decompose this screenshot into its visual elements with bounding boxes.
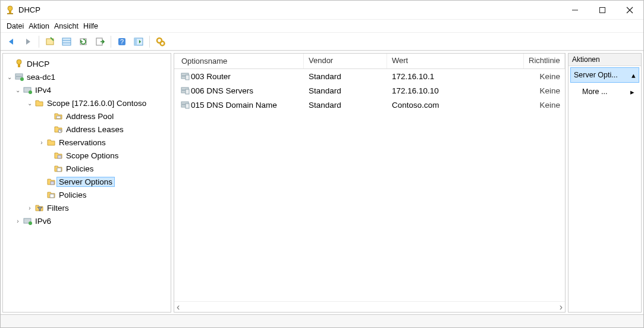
tree-ipv4[interactable]: ⌄ IPv4 [5, 83, 168, 96]
window-controls [561, 1, 643, 20]
list-row[interactable]: 003 RouterStandard172.16.10.1Keine [174, 69, 565, 83]
tree-filters[interactable]: › Filters [5, 201, 168, 214]
reservations-icon [46, 138, 56, 147]
refresh-button[interactable] [76, 35, 90, 49]
tree-label: Policies [56, 190, 89, 199]
svg-rect-32 [51, 182, 54, 185]
expand-collapse-icon[interactable]: ⌄ [5, 74, 14, 80]
horizontal-scrollbar[interactable]: ‹ › [174, 301, 565, 312]
svg-point-19 [17, 60, 21, 64]
tree-label: Filters [45, 204, 71, 213]
tree-ipv6[interactable]: › IPv6 [5, 214, 168, 227]
expand-collapse-icon[interactable]: ⌄ [26, 100, 34, 107]
column-header-value[interactable]: Wert [387, 54, 524, 68]
server-icon [14, 72, 24, 82]
dhcp-root-icon [14, 59, 24, 68]
show-hide-pane-button[interactable] [131, 35, 146, 49]
cell-value: Contoso.com [387, 101, 524, 110]
tree-server[interactable]: ⌄ sea-dc1 [5, 70, 168, 83]
option-item-icon [179, 86, 191, 95]
option-item-icon [179, 71, 191, 81]
maximize-button[interactable] [589, 1, 616, 20]
help-button[interactable]: ? [115, 35, 129, 49]
expand-collapse-icon[interactable]: › [14, 218, 22, 224]
svg-rect-31 [57, 168, 61, 171]
actions-server-options[interactable]: Server Opti... ▴ [570, 67, 639, 83]
filters-icon [34, 203, 45, 213]
forward-button[interactable] [21, 35, 35, 49]
expand-collapse-icon[interactable]: › [37, 139, 46, 146]
tree-label: Policies [64, 164, 96, 173]
list-row[interactable]: 015 DNS Domain NameStandardContoso.comKe… [174, 98, 565, 112]
toolbar-separator [111, 36, 111, 48]
configure-options-button[interactable] [153, 35, 168, 49]
status-bar [1, 314, 643, 327]
list-pane: Optionsname Vendor Wert Richtlinie 003 R… [174, 53, 566, 313]
tree-pane[interactable]: DHCP ⌄ sea-dc1 ⌄ IPv4 ⌄ Scope [172.16.0.… [2, 53, 171, 313]
tree-label: IPv6 [33, 217, 54, 226]
back-button[interactable] [4, 35, 18, 49]
list-view-button[interactable] [59, 35, 74, 49]
list-row[interactable]: 006 DNS ServersStandard172.16.10.10Keine [174, 83, 565, 98]
tree-address-leases[interactable]: Address Leases [5, 123, 168, 136]
toolbar-separator [39, 36, 39, 48]
tree-label: Reservations [56, 138, 108, 147]
policies-icon [46, 190, 56, 199]
window-title: DHCP [18, 5, 561, 14]
option-item-icon [179, 100, 191, 110]
tree-scope-options[interactable]: Scope Options [5, 149, 168, 162]
menu-file[interactable]: Datei [5, 21, 25, 32]
tree-reservations[interactable]: › Reservations [5, 136, 168, 149]
svg-rect-30 [58, 155, 61, 158]
svg-rect-21 [15, 74, 23, 76]
content-area: DHCP ⌄ sea-dc1 ⌄ IPv4 ⌄ Scope [172.16.0.… [1, 51, 643, 314]
tree-root-dhcp[interactable]: DHCP [5, 57, 168, 70]
svg-text:?: ? [120, 38, 124, 45]
column-header-policy[interactable]: Richtlinie [524, 54, 565, 68]
cell-value: 172.16.10.1 [387, 72, 524, 81]
cell-policy: Keine [524, 72, 565, 81]
expand-collapse-icon[interactable]: › [26, 205, 34, 211]
actions-more[interactable]: More ... ▸ [570, 84, 639, 99]
collapse-up-icon: ▴ [632, 71, 636, 80]
cell-policy: Keine [524, 86, 565, 95]
tree-address-pool[interactable]: Address Pool [5, 110, 168, 123]
tree-label: IPv4 [33, 86, 54, 95]
column-header-name[interactable]: Optionsname [174, 54, 304, 68]
minimize-button[interactable] [561, 1, 589, 20]
svg-point-0 [8, 6, 12, 11]
svg-rect-16 [134, 38, 137, 45]
scroll-left-icon[interactable]: ‹ [177, 302, 180, 313]
tree-scope[interactable]: ⌄ Scope [172.16.0.0] Contoso [5, 96, 168, 110]
svg-rect-20 [18, 64, 20, 67]
menu-action[interactable]: Aktion [27, 21, 51, 32]
cell-name: 003 Router [191, 72, 231, 81]
cell-name: 015 DNS Domain Name [191, 101, 277, 110]
cell-name: 006 DNS Servers [191, 86, 253, 95]
address-pool-icon [53, 111, 64, 121]
close-button[interactable] [616, 1, 643, 20]
folder-icon [34, 98, 45, 108]
policies-icon [53, 164, 64, 173]
chevron-right-icon: ▸ [630, 88, 634, 96]
svg-point-25 [29, 90, 32, 94]
title-bar: DHCP [1, 1, 643, 20]
tree-label: Address Leases [64, 125, 126, 134]
svg-point-35 [29, 221, 32, 225]
list-body[interactable]: 003 RouterStandard172.16.10.1Keine006 DN… [174, 69, 565, 301]
cell-value: 172.16.10.10 [387, 86, 524, 95]
column-header-vendor[interactable]: Vendor [304, 54, 387, 68]
properties-button[interactable] [43, 35, 57, 49]
menu-view[interactable]: Ansicht [53, 21, 80, 32]
menu-help[interactable]: Hilfe [82, 21, 99, 32]
tree-label: Address Pool [64, 112, 116, 121]
svg-rect-8 [62, 38, 71, 45]
expand-collapse-icon[interactable]: ⌄ [14, 87, 22, 93]
toolbar-separator [149, 36, 150, 48]
tree-policies[interactable]: Policies [5, 188, 168, 201]
tree-server-options[interactable]: Server Options [5, 175, 168, 188]
export-list-button[interactable] [93, 35, 107, 49]
tree-scope-policies[interactable]: Policies [5, 162, 168, 175]
cell-vendor: Standard [304, 86, 387, 95]
scroll-right-icon[interactable]: › [560, 302, 563, 313]
